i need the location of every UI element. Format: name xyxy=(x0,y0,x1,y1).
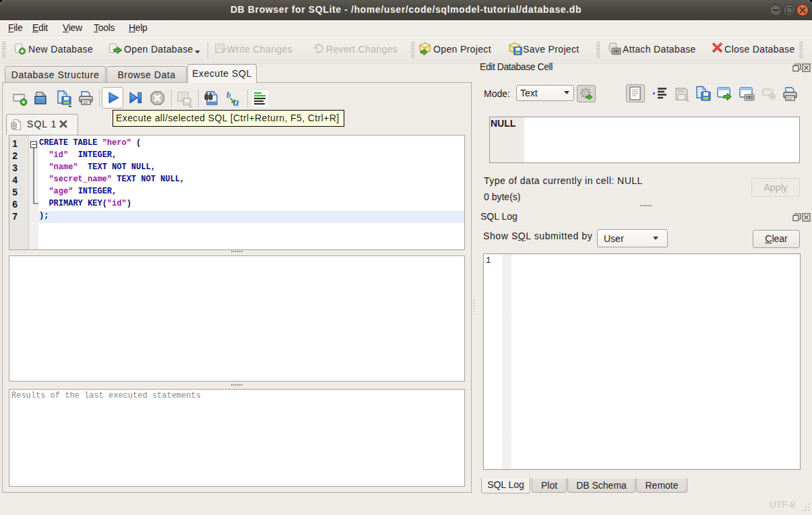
svg-text:b: b xyxy=(226,90,231,100)
